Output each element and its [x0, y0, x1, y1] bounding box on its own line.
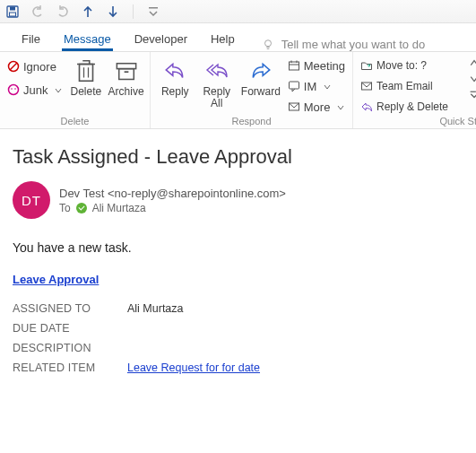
- forward-icon: [249, 57, 273, 84]
- mail-icon: [360, 80, 373, 92]
- svg-rect-14: [118, 69, 134, 80]
- svg-rect-23: [471, 91, 476, 92]
- customize-qat-icon[interactable]: [146, 4, 160, 19]
- team-email-label: Team Email: [376, 80, 433, 92]
- meeting-label: Meeting: [304, 59, 345, 73]
- group-respond-label: Respond: [156, 116, 347, 128]
- junk-button[interactable]: Junk: [5, 81, 64, 99]
- svg-rect-3: [149, 7, 158, 9]
- description-label: DESCRIPTION: [13, 342, 127, 354]
- task-details-table: ASSIGNED TO Ali Murtaza DUE DATE DESCRIP…: [13, 299, 463, 378]
- tab-developer[interactable]: Developer: [133, 27, 189, 51]
- reply-all-icon: [205, 57, 229, 84]
- archive-label: Archive: [108, 86, 144, 98]
- more-respond-button[interactable]: More: [286, 98, 347, 116]
- previous-item-icon[interactable]: [81, 4, 95, 19]
- quickstep-more-icon[interactable]: [470, 73, 476, 86]
- reply-label: Reply: [161, 86, 189, 98]
- related-item-link[interactable]: Leave Request for for date: [127, 362, 260, 374]
- ignore-label: Ignore: [23, 60, 56, 74]
- ribbon: Ignore Junk Delete Archive Delete: [0, 52, 476, 129]
- forward-button[interactable]: Forward: [239, 56, 282, 100]
- undo-icon: [30, 4, 45, 19]
- row-description: DESCRIPTION: [13, 338, 463, 358]
- to-recipient: Ali Murtaza: [92, 202, 146, 214]
- dropdown-icon: [337, 100, 344, 114]
- next-item-icon[interactable]: [106, 4, 120, 19]
- more-label: More: [304, 100, 331, 114]
- move-to-button[interactable]: Move to: ?: [359, 57, 466, 74]
- message-header: Task Assigned - Leave Approval DT Dev Te…: [0, 129, 476, 219]
- svg-point-7: [9, 85, 19, 95]
- tell-me-label: Tell me what you want to do: [281, 38, 425, 51]
- to-label: To: [59, 202, 71, 214]
- body-intro: You have a new task.: [13, 240, 463, 255]
- tab-file[interactable]: File: [20, 27, 42, 51]
- svg-rect-20: [289, 82, 299, 89]
- delete-button[interactable]: Delete: [67, 56, 104, 100]
- avatar: DT: [13, 181, 50, 219]
- ribbon-tabs: File Message Developer Help Tell me what…: [0, 23, 476, 52]
- svg-rect-16: [289, 62, 299, 70]
- svg-rect-1: [10, 6, 15, 10]
- reply-delete-button[interactable]: Reply & Delete: [359, 98, 466, 116]
- task-title-link[interactable]: Leave Approval: [13, 273, 99, 286]
- im-button[interactable]: IM: [286, 77, 347, 95]
- junk-icon: [7, 83, 20, 96]
- svg-rect-10: [79, 65, 92, 82]
- due-date-label: DUE DATE: [13, 322, 127, 335]
- related-item-label: RELATED ITEM: [13, 362, 127, 374]
- message-body: You have a new task. Leave Approval ASSI…: [0, 240, 476, 378]
- redo-icon: [56, 4, 70, 19]
- move-to-label: Move to: ?: [376, 59, 427, 72]
- tell-me[interactable]: Tell me what you want to do: [262, 38, 425, 51]
- lightbulb-icon: [262, 39, 274, 51]
- assigned-to-label: ASSIGNED TO: [13, 302, 127, 315]
- archive-button[interactable]: Archive: [108, 56, 144, 100]
- more-icon: [288, 100, 300, 113]
- reply-icon: [163, 57, 186, 84]
- tab-help[interactable]: Help: [209, 27, 237, 51]
- quickstep-launcher-icon[interactable]: [470, 89, 476, 102]
- team-email-button[interactable]: Team Email: [359, 77, 466, 95]
- group-respond: Reply Reply All Forward Meeting IM: [151, 52, 353, 128]
- group-delete: Ignore Junk Delete Archive Delete: [0, 52, 151, 128]
- reply-all-button[interactable]: Reply All: [197, 56, 235, 111]
- assigned-to-value: Ali Murtaza: [127, 302, 184, 315]
- group-quicksteps-label: Quick St: [359, 116, 476, 128]
- sender-row: DT Dev Test <no-reply@sharepointonline.c…: [13, 181, 463, 219]
- svg-rect-13: [117, 64, 135, 69]
- im-label: IM: [304, 80, 316, 93]
- group-quick-steps: Move to: ? Team Email Reply & Delete Qui…: [353, 52, 476, 128]
- group-delete-label: Delete: [5, 116, 144, 128]
- archive-icon: [115, 57, 138, 84]
- quick-access-toolbar: [0, 0, 476, 23]
- svg-line-6: [10, 63, 17, 70]
- meeting-button[interactable]: Meeting: [286, 57, 347, 74]
- from-display: Dev Test <no-reply@sharepointonline.com>: [59, 187, 286, 200]
- svg-point-4: [264, 39, 271, 46]
- im-icon: [288, 80, 300, 92]
- quickstep-more-icon[interactable]: [470, 57, 476, 70]
- svg-point-8: [11, 88, 13, 90]
- svg-point-9: [14, 88, 16, 90]
- save-icon[interactable]: [5, 4, 20, 19]
- row-assigned-to: ASSIGNED TO Ali Murtaza: [13, 299, 463, 318]
- forward-label: Forward: [241, 86, 281, 98]
- presence-available-icon: [76, 203, 87, 213]
- dropdown-icon: [55, 83, 62, 97]
- reply-delete-icon: [360, 100, 373, 113]
- reply-button[interactable]: Reply: [156, 56, 194, 100]
- tab-message[interactable]: Message: [62, 27, 113, 51]
- row-due-date: DUE DATE: [13, 318, 463, 338]
- reply-all-label: Reply All: [203, 86, 230, 109]
- row-related-item: RELATED ITEM Leave Request for for date: [13, 358, 463, 378]
- junk-label: Junk: [23, 83, 48, 97]
- folder-move-icon: [360, 59, 373, 72]
- dropdown-icon: [324, 80, 331, 93]
- separator: [133, 4, 134, 19]
- ignore-button[interactable]: Ignore: [5, 57, 64, 75]
- ignore-icon: [7, 60, 20, 73]
- message-subject: Task Assigned - Leave Approval: [13, 145, 463, 169]
- delete-icon: [74, 57, 98, 84]
